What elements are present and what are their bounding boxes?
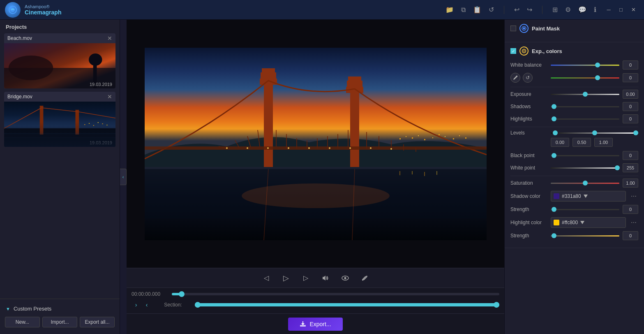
redo-icon[interactable]: ↪ <box>527 6 532 14</box>
white-point-slider[interactable] <box>551 165 619 171</box>
section-thumb-left[interactable] <box>195 302 201 308</box>
svg-rect-74 <box>424 172 425 176</box>
saturation-value[interactable]: 1.00 <box>623 179 638 188</box>
section-track[interactable] <box>195 303 499 306</box>
paint-mask-icon <box>519 24 529 33</box>
refresh-icon[interactable]: ↺ <box>489 6 494 14</box>
svg-line-11 <box>79 112 115 118</box>
close-project-beach[interactable]: ✕ <box>107 35 112 42</box>
shadows-slider[interactable] <box>551 103 619 110</box>
levels-val-1[interactable]: 0.00 <box>551 138 569 147</box>
white-point-thumb[interactable] <box>615 165 620 170</box>
eyedropper-button[interactable] <box>510 73 520 83</box>
levels-val-3[interactable]: 1.00 <box>594 138 613 147</box>
highlight-color-row: Highlight color #ffc800 ⋯ <box>510 217 638 228</box>
white-balance-value-1[interactable]: 0 <box>623 60 638 70</box>
new-preset-button[interactable]: New... <box>5 317 40 327</box>
link-icon[interactable]: ⊞ <box>552 6 558 14</box>
highlight-strength-thumb[interactable] <box>552 233 556 238</box>
highlights-thumb[interactable] <box>552 116 556 121</box>
exposure-thumb[interactable] <box>583 92 588 97</box>
highlight-strength-slider[interactable] <box>551 232 619 239</box>
volume-button[interactable] <box>320 272 331 284</box>
shadow-strength-thumb[interactable] <box>552 207 556 212</box>
wb-thumb-1[interactable] <box>595 63 600 67</box>
undo-icon[interactable]: ↩ <box>514 6 519 14</box>
svg-line-88 <box>525 52 526 53</box>
exposure-value[interactable]: 0.00 <box>623 90 638 99</box>
prev-frame-button[interactable]: ◁ <box>261 272 272 284</box>
black-point-slider[interactable] <box>551 152 619 159</box>
section-prev-button[interactable]: ‹ <box>142 300 151 309</box>
white-balance-value-2[interactable]: 0 <box>623 73 638 82</box>
svg-point-59 <box>226 147 228 149</box>
exposure-slider[interactable] <box>551 91 619 97</box>
svg-rect-47 <box>145 146 487 150</box>
shadow-strength-row: Strength 0 <box>510 205 638 214</box>
timeline-track[interactable] <box>172 293 499 295</box>
exp-colors-checkbox[interactable]: ✓ <box>510 48 516 54</box>
comment-icon[interactable]: 💬 <box>578 6 586 14</box>
play-button[interactable]: ▷ <box>280 272 292 284</box>
close-project-bridge[interactable]: ✕ <box>107 93 112 100</box>
highlight-color-expand-button[interactable]: ⋯ <box>629 218 638 227</box>
paint-mask-checkbox[interactable] <box>510 26 516 31</box>
highlight-strength-value[interactable]: 0 <box>623 231 638 240</box>
white-point-value[interactable]: 255 <box>623 163 638 172</box>
shadow-color-row: Shadow color #331a80 ⋯ <box>510 191 638 202</box>
white-point-label: White point <box>510 165 547 171</box>
next-frame-button[interactable]: ▷ <box>300 272 312 284</box>
shadow-color-picker[interactable]: #331a80 <box>551 191 626 202</box>
white-balance-slider-1[interactable] <box>551 62 619 68</box>
levels-slider[interactable] <box>551 130 638 136</box>
wrench-button[interactable] <box>359 272 371 284</box>
levels-thumb-3[interactable] <box>633 130 638 135</box>
levels-val-2[interactable]: 0.50 <box>572 138 591 147</box>
saturation-slider[interactable] <box>551 180 619 186</box>
timeline-thumb[interactable] <box>179 291 185 297</box>
black-point-value[interactable]: 0 <box>623 151 638 160</box>
export-button[interactable]: Export... <box>288 318 342 331</box>
project-item-bridge[interactable]: Bridge.mov ✕ <box>4 92 115 147</box>
highlights-slider[interactable] <box>551 116 619 122</box>
highlight-color-picker[interactable]: #ffc800 <box>551 217 626 228</box>
folder-icon[interactable]: 📁 <box>445 6 454 14</box>
restore-button[interactable]: □ <box>615 4 627 16</box>
clipboard-icon[interactable]: 📋 <box>473 6 481 14</box>
highlight-strength-row: Strength 0 <box>510 231 638 240</box>
reset-wb-button[interactable]: ↺ <box>523 73 533 83</box>
section-next-button[interactable]: › <box>132 300 141 309</box>
shadows-thumb[interactable] <box>552 104 556 109</box>
section-thumb-right[interactable] <box>494 302 499 308</box>
presets-label: Custom Presets <box>14 306 51 312</box>
levels-thumb-1[interactable] <box>553 130 558 135</box>
export-all-preset-button[interactable]: Export all... <box>80 317 115 327</box>
presets-header[interactable]: ▼ Custom Presets <box>0 303 120 314</box>
levels-thumb-2[interactable] <box>592 130 597 135</box>
import-preset-button[interactable]: Import... <box>42 317 77 327</box>
left-panel: Projects Beach.mov ✕ 19.03.2019 Bri <box>0 20 120 334</box>
settings-icon[interactable]: ⚙ <box>565 6 571 14</box>
svg-rect-79 <box>300 325 306 327</box>
shadows-value[interactable]: 0 <box>623 102 638 111</box>
shadow-strength-value[interactable]: 0 <box>623 205 638 214</box>
wb-thumb-2[interactable] <box>595 75 600 80</box>
project-item-beach[interactable]: Beach.mov ✕ 19.03.2019 <box>4 33 115 88</box>
info-icon[interactable]: ℹ <box>594 6 596 14</box>
eye-button[interactable] <box>339 272 351 284</box>
shadow-color-expand-button[interactable]: ⋯ <box>629 192 638 201</box>
divider-2 <box>510 127 638 127</box>
divider-3 <box>510 176 638 176</box>
shadow-strength-slider[interactable] <box>551 206 619 213</box>
copy-icon[interactable]: ⧉ <box>461 6 466 14</box>
collapse-panel-tab[interactable]: ‹ <box>120 169 127 185</box>
black-point-thumb[interactable] <box>552 153 556 158</box>
highlights-value[interactable]: 0 <box>623 114 638 123</box>
svg-rect-7 <box>40 106 44 135</box>
saturation-thumb[interactable] <box>583 181 588 186</box>
close-button[interactable]: ✕ <box>628 4 639 16</box>
svg-point-63 <box>308 147 310 149</box>
minimize-button[interactable]: ─ <box>603 4 614 16</box>
white-balance-slider-2[interactable] <box>551 74 619 81</box>
svg-rect-22 <box>264 81 273 167</box>
